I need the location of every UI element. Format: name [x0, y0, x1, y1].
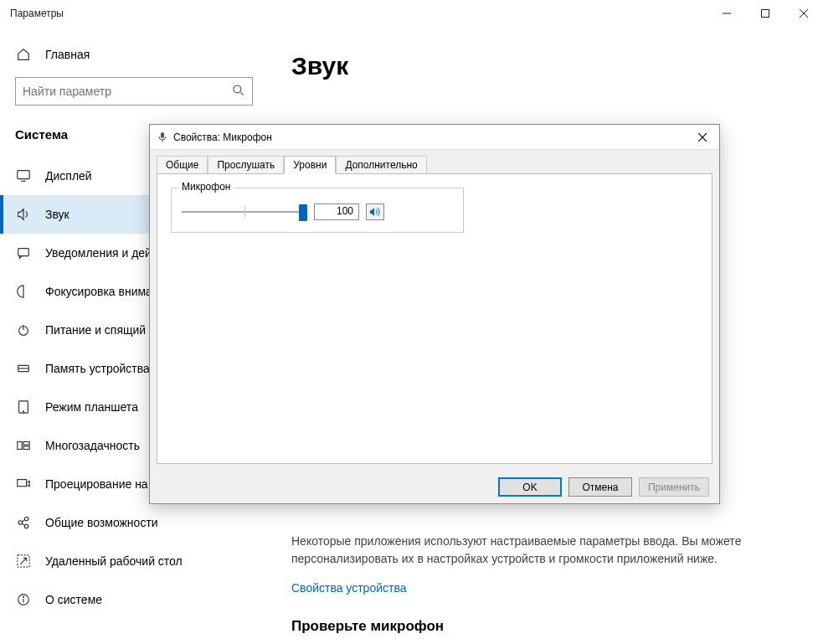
sidebar-item-remote[interactable]: Удаленный рабочий стол — [0, 542, 268, 580]
settings-titlebar: Параметры — [0, 0, 823, 27]
page-title: Звук — [291, 52, 803, 80]
svg-rect-28 — [161, 132, 164, 138]
search-icon — [232, 84, 245, 100]
close-button[interactable] — [784, 0, 823, 27]
search-input[interactable] — [23, 85, 232, 98]
svg-point-20 — [24, 517, 28, 521]
sidebar-item-shared[interactable]: Общие возможности — [0, 503, 268, 542]
sidebar-item-label: Общие возможности — [45, 516, 158, 529]
mic-level-group: Микрофон 100 — [171, 188, 464, 233]
sidebar-item-label: Память устройства — [45, 362, 150, 375]
sidebar-home[interactable]: Главная — [0, 39, 268, 70]
tab-content-levels: Микрофон 100 — [157, 173, 712, 464]
svg-rect-17 — [23, 446, 29, 450]
shared-icon — [15, 515, 32, 530]
sidebar-search[interactable] — [15, 77, 253, 106]
tablet-icon — [15, 399, 32, 415]
svg-point-21 — [24, 524, 28, 528]
mic-level-group-label: Микрофон — [178, 181, 234, 193]
tab-0[interactable]: Общие — [157, 156, 208, 174]
svg-rect-8 — [18, 249, 29, 256]
test-mic-heading: Проверьте микрофон — [291, 618, 803, 635]
window-controls — [707, 0, 823, 27]
maximize-button[interactable] — [746, 0, 784, 27]
mic-level-slider[interactable] — [182, 204, 307, 219]
dialog-tab-strip: ОбщиеПрослушатьУровниДополнительно — [150, 150, 719, 173]
cancel-button[interactable]: Отмена — [568, 477, 632, 497]
settings-window-title: Параметры — [10, 8, 64, 19]
dialog-close-button[interactable] — [689, 126, 716, 149]
storage-icon — [15, 361, 32, 376]
svg-line-5 — [240, 92, 243, 95]
svg-rect-16 — [23, 442, 29, 446]
mic-properties-dialog: Свойства: Микрофон ОбщиеПрослушатьУровни… — [149, 124, 720, 504]
sidebar-item-label: Звук — [45, 208, 69, 221]
tab-1[interactable]: Прослушать — [208, 156, 284, 174]
svg-point-27 — [23, 596, 23, 597]
apply-button[interactable]: Применить — [639, 477, 709, 497]
sidebar-item-label: Дисплей — [45, 169, 92, 183]
minimize-button[interactable] — [707, 0, 746, 27]
projecting-icon — [15, 477, 32, 492]
sound-icon — [15, 207, 32, 222]
dialog-button-row: OK Отмена Применить — [150, 471, 719, 503]
mute-toggle-button[interactable] — [366, 204, 384, 220]
slider-thumb[interactable] — [299, 204, 307, 221]
tab-3[interactable]: Дополнительно — [336, 156, 426, 174]
sidebar-item-label: Режим планшета — [45, 400, 138, 414]
svg-rect-1 — [762, 10, 769, 18]
svg-rect-6 — [18, 171, 29, 179]
svg-point-4 — [234, 85, 241, 93]
sidebar-item-label: Удаленный рабочий стол — [45, 554, 183, 568]
page-body-text: Некоторые приложения используют настраив… — [291, 533, 803, 568]
sidebar-item-label: Многозадачность — [45, 439, 140, 452]
microphone-icon — [157, 131, 168, 143]
mic-level-value[interactable]: 100 — [314, 204, 359, 220]
dialog-titlebar[interactable]: Свойства: Микрофон — [150, 125, 719, 150]
multitask-icon — [15, 438, 32, 453]
home-icon — [15, 47, 32, 62]
remote-icon — [15, 554, 32, 569]
svg-rect-15 — [18, 442, 22, 450]
svg-point-19 — [18, 521, 23, 525]
sidebar-item-about[interactable]: О системе — [0, 580, 268, 619]
svg-line-22 — [22, 519, 25, 522]
sidebar-item-label: О системе — [45, 593, 102, 606]
ok-button[interactable]: OK — [498, 477, 562, 497]
sidebar-home-label: Главная — [45, 48, 90, 61]
device-properties-link[interactable]: Свойства устройства — [291, 581, 803, 595]
about-icon — [15, 592, 32, 607]
tab-2[interactable]: Уровни — [284, 156, 336, 174]
notifications-icon — [15, 245, 32, 260]
power-icon — [15, 322, 32, 337]
focus-icon — [15, 284, 32, 299]
svg-rect-18 — [18, 480, 27, 487]
display-icon — [15, 168, 32, 183]
dialog-title: Свойства: Микрофон — [173, 131, 689, 143]
svg-point-14 — [23, 411, 23, 412]
svg-line-23 — [22, 523, 25, 526]
